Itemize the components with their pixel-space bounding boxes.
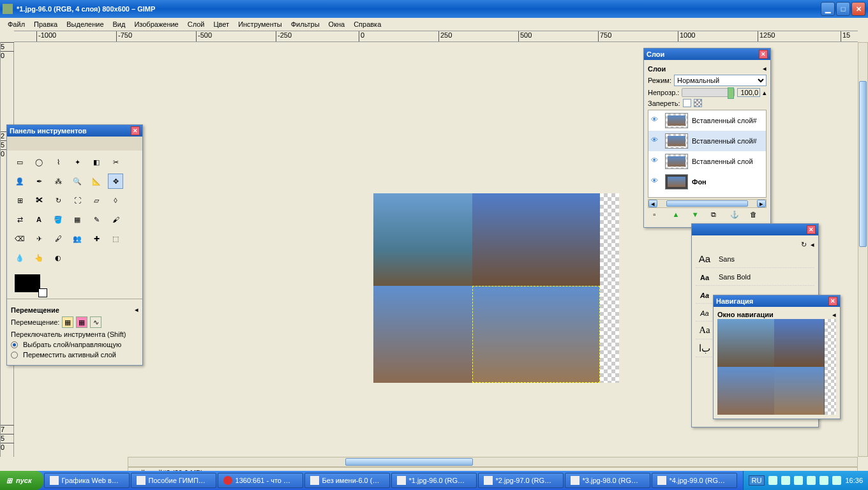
align-tool[interactable]: ⊞ — [12, 193, 27, 208]
rotate-tool[interactable]: ↻ — [50, 193, 66, 208]
paths-tool[interactable]: ✒ — [31, 174, 47, 189]
layer-list[interactable]: 👁Вставленный слой# 👁Вставленный слой# 👁В… — [648, 110, 767, 198]
menu-color[interactable]: Цвет — [209, 19, 233, 29]
visibility-icon[interactable]: 👁 — [651, 156, 661, 167]
taskbar-item[interactable]: *3.jpg-98.0 (RG… — [565, 473, 650, 488]
image-canvas[interactable] — [373, 193, 619, 383]
color-swatches[interactable] — [7, 269, 142, 299]
foreground-color[interactable] — [15, 274, 40, 292]
tray-icon[interactable] — [768, 476, 777, 485]
start-button[interactable]: ⊞пуск — [0, 471, 43, 490]
tray-icon[interactable] — [781, 476, 790, 485]
foreground-tool[interactable]: 👤 — [12, 174, 27, 189]
fuzzy-select-tool[interactable]: ✦ — [70, 154, 85, 170]
menu-select[interactable]: Выделение — [63, 19, 107, 29]
tray-icon[interactable] — [807, 476, 816, 485]
navigation-menu-icon[interactable]: ◂ — [832, 311, 836, 319]
move-tool[interactable]: ✥ — [108, 174, 123, 189]
measure-tool[interactable]: 📐 — [89, 174, 104, 189]
toolbox-title[interactable]: Панель инструментов✕ — [7, 125, 142, 137]
taskbar-item[interactable]: Графика Web в… — [44, 473, 130, 488]
radio-pick-layer[interactable]: Выбрать слой/направляющую — [11, 341, 138, 348]
mode-select[interactable]: Нормальный — [674, 75, 767, 86]
tool-options-menu-icon[interactable]: ◂ — [135, 306, 138, 314]
menu-filters[interactable]: Фильтры — [287, 19, 324, 29]
fonts-menu-icon[interactable]: ◂ — [811, 241, 814, 249]
layer-image-3[interactable] — [373, 286, 472, 383]
clock[interactable]: 16:36 — [845, 477, 863, 484]
move-layer-button[interactable]: ▦ — [62, 316, 73, 328]
bucket-tool[interactable]: 🪣 — [50, 212, 66, 227]
taskbar-item[interactable]: 1360:661 - что … — [218, 473, 303, 488]
pencil-tool[interactable]: ✎ — [89, 212, 104, 227]
language-indicator[interactable]: RU — [749, 475, 765, 486]
raise-layer-icon[interactable]: ▲ — [672, 211, 684, 222]
new-layer-icon[interactable]: ▫ — [653, 211, 664, 222]
menu-help[interactable]: Справка — [350, 19, 385, 29]
layer-image-1[interactable] — [373, 193, 472, 286]
move-path-button[interactable]: ∿ — [90, 316, 101, 328]
blur-tool[interactable]: 💧 — [12, 250, 27, 265]
scale-tool[interactable]: ⛶ — [70, 193, 85, 208]
navigation-close-icon[interactable]: ✕ — [828, 297, 837, 306]
lower-layer-icon[interactable]: ▼ — [692, 211, 703, 222]
visibility-icon[interactable]: 👁 — [651, 177, 661, 187]
visibility-icon[interactable]: 👁 — [651, 136, 661, 146]
taskbar-item[interactable]: Без имени-6.0 (… — [304, 473, 390, 488]
taskbar-item[interactable]: Пособие ГИМП… — [131, 473, 216, 488]
clone-tool[interactable]: 👥 — [70, 231, 85, 246]
layers-tab[interactable]: Слои — [648, 65, 666, 73]
minimize-button[interactable]: ▁ — [821, 2, 835, 16]
tray-icon[interactable] — [832, 476, 841, 485]
menu-windows[interactable]: Окна — [325, 19, 349, 29]
fonts-close-icon[interactable]: ✕ — [807, 225, 816, 234]
eraser-tool[interactable]: ⌫ — [12, 231, 27, 246]
menu-view[interactable]: Вид — [109, 19, 130, 29]
ink-tool[interactable]: 🖋 — [50, 231, 66, 246]
rect-select-tool[interactable]: ▭ — [12, 154, 27, 170]
radio-move-active[interactable]: Переместить активный слой — [11, 351, 138, 359]
taskbar-item[interactable]: *4.jpg-99.0 (RG… — [652, 473, 737, 488]
scrollbar-horizontal[interactable] — [128, 457, 858, 467]
taskbar-item[interactable]: *1.jpg-96.0 (RG… — [391, 473, 477, 488]
dodge-tool[interactable]: ◐ — [50, 250, 66, 265]
text-tool[interactable]: A — [31, 212, 47, 227]
layers-menu-icon[interactable]: ◂ — [763, 64, 767, 73]
system-tray[interactable]: RU 16:36 — [743, 471, 868, 490]
font-row[interactable]: AaSans — [696, 250, 814, 268]
menu-file[interactable]: Файл — [4, 19, 29, 29]
menu-layer[interactable]: Слой — [184, 19, 209, 29]
menu-image[interactable]: Изображение — [130, 19, 182, 29]
visibility-icon[interactable]: 👁 — [651, 115, 661, 126]
brush-tool[interactable]: 🖌 — [108, 212, 123, 227]
layer-image-4-selected[interactable] — [472, 286, 600, 383]
color-select-tool[interactable]: ◧ — [89, 154, 104, 170]
maximize-button[interactable]: □ — [836, 2, 850, 16]
background-color[interactable] — [38, 288, 47, 297]
menu-tools[interactable]: Инструменты — [234, 19, 286, 29]
opacity-slider[interactable] — [682, 88, 735, 97]
lock-pixels-checkbox[interactable] — [683, 99, 691, 107]
flip-tool[interactable]: ⇄ — [12, 212, 27, 227]
free-select-tool[interactable]: ⌇ — [50, 154, 66, 170]
navigation-preview[interactable] — [717, 319, 836, 415]
lock-alpha-checkbox[interactable] — [694, 99, 702, 107]
airbrush-tool[interactable]: ✈ — [31, 231, 47, 246]
fonts-title[interactable]: ✕ — [692, 224, 818, 235]
layer-row[interactable]: 👁Вставленный слой# — [648, 131, 766, 151]
layer-image-2[interactable] — [472, 193, 600, 286]
layers-close-icon[interactable]: ✕ — [759, 50, 768, 59]
tray-icon[interactable] — [794, 476, 803, 485]
shear-tool[interactable]: ▱ — [89, 193, 104, 208]
close-button[interactable]: ✕ — [851, 2, 865, 16]
delete-layer-icon[interactable]: 🗑 — [750, 211, 761, 222]
perspective-clone-tool[interactable]: ⬚ — [108, 231, 123, 246]
fonts-refresh-icon[interactable]: ↻ — [801, 241, 807, 249]
taskbar-item[interactable]: *2.jpg-97.0 (RG… — [478, 473, 564, 488]
navigation-title[interactable]: Навигация✕ — [714, 295, 840, 307]
scissors-tool[interactable]: ✂ — [108, 154, 123, 170]
ellipse-select-tool[interactable]: ◯ — [31, 154, 47, 170]
move-selection-button[interactable]: ▦ — [76, 316, 87, 328]
layers-hscroll[interactable]: ◂▸ — [648, 199, 767, 208]
picker-tool[interactable]: ⁂ — [50, 174, 66, 189]
